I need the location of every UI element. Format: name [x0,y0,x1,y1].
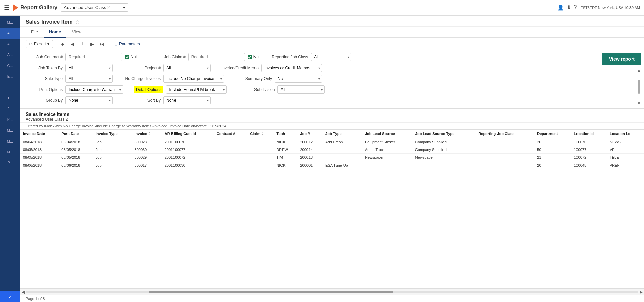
bottom-scroll-track [26,291,638,293]
col-claim: Claim # [247,130,274,138]
sidebar-item-a3[interactable]: A... [0,49,20,60]
sidebar-item-c[interactable]: C... [0,60,20,71]
user-icon[interactable]: 👤 [557,4,564,11]
summary-only-label: Summary Only [235,76,272,81]
tab-view[interactable]: View [66,27,87,38]
job-claim-null: Null [248,55,261,59]
sidebar-item-e[interactable]: E... [0,71,20,82]
scroll-left-icon[interactable]: ◀ [22,290,25,294]
table-cell: 300030 [132,146,162,154]
table-row: 08/04/201808/04/2018Job3000282001100070N… [20,138,644,146]
param-row-4: Print Options Include Charge to Warran D… [26,85,594,94]
report-title-bar: Sales Invoice Item ☆ [20,16,644,27]
col-post-date: Post Date [59,130,93,138]
table-cell: NICK [274,138,297,146]
table-cell: 300017 [132,161,162,169]
subdivision-select[interactable]: All [277,85,325,94]
last-page-button[interactable]: ⏭ [98,41,106,47]
table-cell [214,138,248,146]
page-nav-buttons: ⏮ ◀ 1 ▶ ⏭ [58,41,106,47]
scroll-right-icon[interactable]: ▶ [640,290,643,294]
sidebar-expand-button[interactable]: > [0,291,20,302]
table-cell: Newspaper [362,154,412,161]
table-cell: 2001100070 [162,138,214,146]
sale-type-select[interactable]: All [65,75,113,83]
table-cell: ESA Tune-Up [323,161,362,169]
summary-only-wrapper: No [275,75,322,83]
data-table: Invoice Date Post Date Invoice Type Invo… [20,130,644,169]
params-area: Job Contract # Null Job Claim # Null Rep… [20,50,599,109]
parameters-button[interactable]: ⊟ Parameters [112,40,143,48]
main-layout: M... A... A... A... C... E... F... I... … [0,16,644,302]
param-row-5: Group By None Sort By None [26,96,594,104]
reporting-job-class-select[interactable]: All [311,53,351,61]
sidebar-item-j[interactable]: J... [0,103,20,114]
sidebar-item-m1[interactable]: M... [0,17,20,28]
page-number[interactable]: 1 [78,41,87,47]
bottom-scrollbar: ◀ ▶ [20,288,644,295]
sidebar-item-i[interactable]: I... [0,93,20,103]
view-report-button[interactable]: View report [602,53,641,65]
download-icon[interactable]: ⬇ [567,4,571,11]
table-cell: 100045 [571,161,607,169]
null-label-1: Null [131,55,138,59]
menu-icon[interactable]: ☰ [4,4,9,11]
table-cell: 08/04/2018 [59,138,93,146]
report-select-value: Advanced User Class 2 [64,5,110,10]
summary-only-select[interactable]: No [275,75,322,83]
sidebar-item-a2[interactable]: A... [0,39,20,49]
top-icons: 👤 ⬇ ? [557,4,577,11]
job-contract-input[interactable] [65,53,122,61]
col-job-lead-source-type: Job Lead Source Type [412,130,476,138]
table-cell: DREW [274,146,297,154]
subdivision-label: Subdivision [238,87,275,92]
sidebar-item-p[interactable]: P... [0,157,20,168]
sidebar-item-f[interactable]: F... [0,82,20,93]
next-page-button[interactable]: ▶ [88,41,96,47]
params-right-panel: View report ▲ ▼ [599,50,644,109]
job-contract-null-checkbox[interactable] [125,55,129,59]
table-cell: NICK [274,161,297,169]
job-taken-by-select[interactable]: All [65,64,113,72]
scroll-down-icon[interactable]: ▼ [637,101,641,106]
reporting-job-class-label: Reporting Job Class [271,55,308,59]
sidebar-item-m3[interactable]: M... [0,136,20,147]
col-job-lead-source: Job Lead Source [362,130,412,138]
sale-type-wrapper: All [65,75,113,83]
sidebar-item-m4[interactable]: M... [0,147,20,157]
logo-arrow-icon [13,4,18,11]
table-cell: 50 [534,146,571,154]
table-cell: NEWS [607,138,644,146]
first-page-button[interactable]: ⏮ [58,41,67,47]
invoice-credit-memo-select[interactable]: Invoices or Credit Memos [261,64,322,72]
sidebar-item-m2[interactable]: M... [0,125,20,136]
group-by-wrapper: None [65,96,113,104]
param-row-1: Job Contract # Null Job Claim # Null Rep… [26,53,594,61]
col-ar-billing: AR Billing Cust Id [162,130,214,138]
col-job-type: Job Type [323,130,362,138]
scroll-up-icon[interactable]: ▲ [637,68,641,73]
sidebar-item-k[interactable]: K... [0,114,20,125]
job-claim-input[interactable] [188,53,245,61]
print-options-select[interactable]: Include Charge to Warran [65,85,123,94]
star-icon[interactable]: ☆ [75,19,80,25]
export-button[interactable]: ↦ Export ▾ [26,40,53,48]
table-cell [323,146,362,154]
sort-by-select[interactable]: None [163,96,211,104]
job-claim-null-checkbox[interactable] [248,55,252,59]
detail-options-select[interactable]: Include Hours/PLM break [166,85,227,94]
help-icon[interactable]: ? [574,4,577,11]
group-by-select[interactable]: None [65,96,113,104]
table-container[interactable]: Invoice Date Post Date Invoice Type Invo… [20,130,644,288]
sidebar-item-a1[interactable]: A... [0,28,20,39]
col-department: Department [534,130,571,138]
table-cell: Add Freon [323,138,362,146]
no-charge-invoices-select[interactable]: Include No Charge Invoice [163,75,224,83]
prev-page-button[interactable]: ◀ [69,41,76,47]
project-select[interactable]: All [163,64,211,72]
table-cell: 300028 [132,138,162,146]
tab-home[interactable]: Home [44,27,66,38]
tab-file[interactable]: File [26,27,44,38]
report-gallery-select[interactable]: Advanced User Class 2 ▾ [61,3,128,12]
table-cell [362,161,412,169]
